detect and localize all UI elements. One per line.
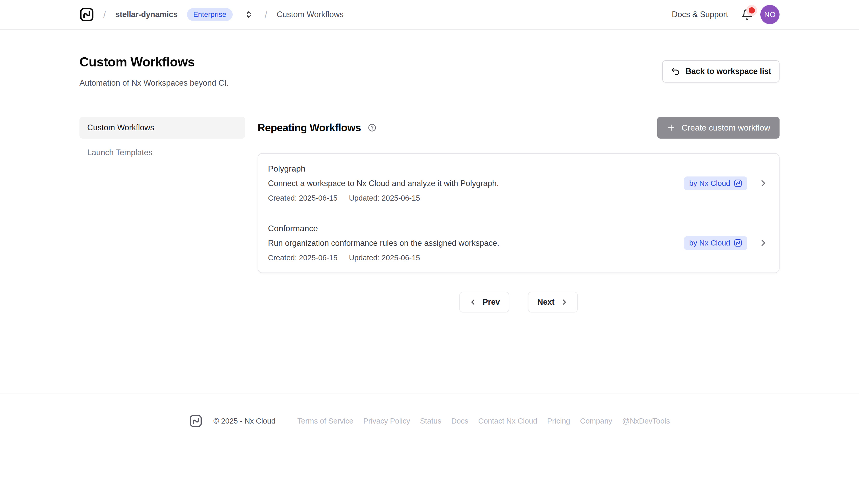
workspace-switcher-button[interactable] <box>242 8 256 21</box>
breadcrumb-separator: / <box>103 9 106 20</box>
workflow-list: Polygraph Connect a workspace to Nx Clou… <box>258 153 780 273</box>
breadcrumb-current-page[interactable]: Custom Workflows <box>277 10 344 19</box>
plus-icon <box>667 123 676 132</box>
workflow-name: Conformance <box>268 224 684 233</box>
page-title-block: Custom Workflows Automation of Nx Worksp… <box>79 55 229 88</box>
chevron-right-icon <box>758 238 768 248</box>
chevron-up-down-icon <box>244 9 254 20</box>
top-navigation-bar: / stellar-dynamics Enterprise / Custom W… <box>0 0 859 30</box>
chevron-right-icon <box>560 298 569 306</box>
footer-links: Terms of Service Privacy Policy Status D… <box>297 417 670 425</box>
docs-support-link[interactable]: Docs & Support <box>672 10 728 19</box>
by-nx-cloud-badge[interactable]: by Nx Cloud <box>684 236 747 250</box>
nx-logo-icon <box>189 414 202 428</box>
create-button-label: Create custom workflow <box>682 123 770 133</box>
repeating-workflows-section: Repeating Workflows Create custom workfl… <box>258 117 780 312</box>
undo-arrow-icon <box>670 66 680 76</box>
notification-dot <box>749 7 755 14</box>
breadcrumb-separator: / <box>265 9 268 20</box>
workflow-description: Connect a workspace to Nx Cloud and anal… <box>268 179 684 188</box>
prev-label: Prev <box>483 297 500 307</box>
sidebar-item-launch-templates[interactable]: Launch Templates <box>79 142 245 164</box>
workflow-created-date: Created: 2025-06-15 <box>268 194 337 202</box>
main-content: Custom Workflows Automation of Nx Worksp… <box>0 55 859 428</box>
nx-logo-icon <box>734 239 742 247</box>
footer-link-contact[interactable]: Contact Nx Cloud <box>478 417 537 425</box>
back-button-label: Back to workspace list <box>685 67 771 76</box>
pagination: Prev Next <box>258 292 780 312</box>
footer-link-docs[interactable]: Docs <box>451 417 468 425</box>
footer-divider <box>0 393 859 394</box>
next-label: Next <box>537 297 554 307</box>
footer-link-pricing[interactable]: Pricing <box>547 417 570 425</box>
workflow-created-date: Created: 2025-06-15 <box>268 254 337 262</box>
badge-label: by Nx Cloud <box>689 239 730 247</box>
prev-page-button[interactable]: Prev <box>459 292 509 312</box>
footer: © 2025 - Nx Cloud Terms of Service Priva… <box>0 414 859 428</box>
chevron-right-icon <box>758 178 768 188</box>
chevron-left-icon <box>469 298 477 306</box>
workflow-row-conformance[interactable]: Conformance Run organization conformance… <box>258 213 779 273</box>
section-title: Repeating Workflows <box>258 122 361 134</box>
sidebar-item-custom-workflows[interactable]: Custom Workflows <box>79 117 245 139</box>
next-page-button[interactable]: Next <box>528 292 578 312</box>
workflow-description: Run organization conformance rules on th… <box>268 239 684 248</box>
footer-link-status[interactable]: Status <box>420 417 441 425</box>
user-avatar[interactable]: NO <box>760 5 780 24</box>
page-subtitle: Automation of Nx Workspaces beyond CI. <box>79 78 229 88</box>
copyright-text: © 2025 - Nx Cloud <box>213 417 275 425</box>
help-circle-icon[interactable] <box>368 123 377 132</box>
settings-sidebar: Custom Workflows Launch Templates <box>79 117 245 164</box>
breadcrumb: / stellar-dynamics Enterprise / Custom W… <box>79 7 344 22</box>
notifications-button[interactable] <box>741 9 753 20</box>
workflow-updated-date: Updated: 2025-06-15 <box>349 194 420 202</box>
plan-badge: Enterprise <box>187 8 233 21</box>
by-nx-cloud-badge[interactable]: by Nx Cloud <box>684 177 747 190</box>
footer-link-privacy[interactable]: Privacy Policy <box>363 417 410 425</box>
footer-link-nxdevtools[interactable]: @NxDevTools <box>622 417 670 425</box>
page-title: Custom Workflows <box>79 55 229 70</box>
workflow-name: Polygraph <box>268 164 684 174</box>
nx-logo-icon <box>734 179 742 187</box>
footer-link-company[interactable]: Company <box>580 417 612 425</box>
nx-logo-icon[interactable] <box>79 7 94 22</box>
back-to-workspace-list-button[interactable]: Back to workspace list <box>662 60 780 82</box>
breadcrumb-workspace[interactable]: stellar-dynamics <box>115 10 178 19</box>
badge-label: by Nx Cloud <box>689 179 730 188</box>
workflow-updated-date: Updated: 2025-06-15 <box>349 254 420 262</box>
create-custom-workflow-button[interactable]: Create custom workflow <box>657 117 780 139</box>
footer-link-terms[interactable]: Terms of Service <box>297 417 353 425</box>
workflow-row-polygraph[interactable]: Polygraph Connect a workspace to Nx Clou… <box>258 154 779 213</box>
topbar-actions: Docs & Support NO <box>672 5 780 24</box>
